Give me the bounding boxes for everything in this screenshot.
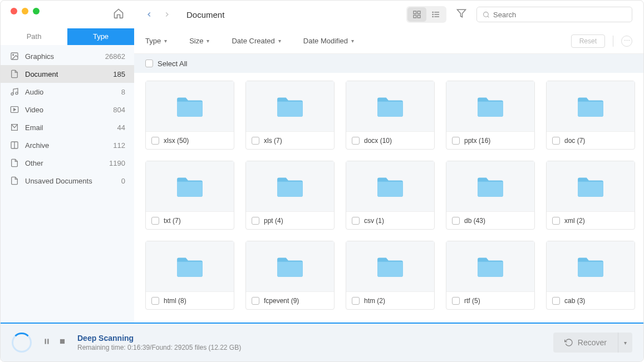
folder-icon [146,241,234,291]
category-icon [9,176,19,185]
folder-checkbox[interactable] [252,297,259,305]
sidebar-item-count: 8 [121,88,125,96]
folder-icon [146,81,234,131]
category-icon [9,87,19,96]
sidebar: Path Type Graphics26862Document185Audio8… [1,28,134,323]
folder-checkbox[interactable] [552,297,560,305]
folder-label: cab (3) [564,297,585,305]
svg-marker-18 [14,108,16,111]
nav-forward-icon[interactable] [163,8,171,21]
folder-checkbox[interactable] [352,217,360,225]
folder-card[interactable]: doc (7) [546,81,635,150]
folder-card[interactable]: xml (2) [546,161,635,230]
status-bar: Deep Scanning Remaining time: 0:16:39/Fo… [1,323,643,361]
folder-checkbox[interactable] [252,137,259,145]
category-icon [9,158,19,167]
sidebar-item-label: Video [25,106,43,114]
sidebar-item-label: Archive [25,141,49,150]
select-all-checkbox[interactable] [145,59,153,67]
folder-checkbox[interactable] [352,297,360,305]
sidebar-item-count: 1190 [109,159,125,167]
folder-checkbox[interactable] [252,217,259,225]
folder-card[interactable]: xls (7) [245,81,335,150]
sidebar-item-video[interactable]: Video804 [1,101,134,118]
view-toggle [406,6,446,23]
svg-rect-23 [60,339,65,344]
folder-checkbox[interactable] [452,137,460,145]
recover-dropdown[interactable]: ▾ [618,333,632,353]
svg-rect-0 [414,11,416,14]
grid-view-icon[interactable] [407,7,426,22]
sidebar-item-audio[interactable]: Audio8 [1,83,134,101]
folder-card[interactable]: html (8) [145,241,234,310]
sidebar-item-email[interactable]: Email44 [1,118,134,136]
sort-date-modified[interactable]: Date Modified▾ [303,37,354,45]
stop-icon[interactable] [58,338,66,348]
folder-checkbox[interactable] [452,217,460,225]
folder-icon [246,161,334,211]
folder-checkbox[interactable] [352,137,360,145]
folder-label: rtf (5) [464,297,480,305]
svg-point-16 [16,92,18,95]
sidebar-item-unsaved-documents[interactable]: Unsaved Documents0 [1,172,134,190]
tab-path[interactable]: Path [1,28,67,45]
sidebar-item-graphics[interactable]: Graphics26862 [1,47,134,65]
close-window-icon[interactable] [11,8,17,14]
category-icon [9,123,19,132]
svg-rect-1 [417,11,420,14]
home-icon[interactable] [113,8,124,21]
sidebar-item-count: 804 [113,106,125,114]
sort-size[interactable]: Size▾ [189,37,209,45]
sidebar-item-label: Other [25,159,43,167]
sidebar-item-count: 0 [121,177,125,185]
svg-point-7 [432,12,433,12]
nav-back-icon[interactable] [145,8,153,21]
folder-icon [446,241,534,291]
reset-button[interactable]: Reset [571,34,605,48]
list-view-icon[interactable] [426,7,445,22]
svg-marker-10 [458,9,466,17]
sidebar-item-document[interactable]: Document185 [1,65,134,83]
window-controls[interactable] [1,8,134,21]
more-icon[interactable]: ⋯ [621,36,632,47]
folder-card[interactable]: db (43) [446,161,535,230]
folder-checkbox[interactable] [552,217,560,225]
folder-label: txt (7) [164,217,181,225]
svg-point-9 [432,16,433,17]
maximize-window-icon[interactable] [33,8,40,14]
folder-checkbox[interactable] [151,217,159,225]
folder-card[interactable]: ppt (4) [245,161,335,230]
recover-button[interactable]: Recover [553,333,618,353]
folder-label: xml (2) [564,217,585,225]
sidebar-item-count: 185 [113,70,125,78]
folder-checkbox[interactable] [552,137,560,145]
sidebar-item-other[interactable]: Other1190 [1,154,134,172]
minimize-window-icon[interactable] [22,8,28,14]
pause-icon[interactable] [43,338,51,348]
folder-card[interactable]: docx (10) [346,81,435,150]
folder-checkbox[interactable] [151,297,159,305]
search-field[interactable] [493,11,626,19]
folder-icon [146,161,234,211]
filter-icon[interactable] [456,8,466,21]
folder-card[interactable]: cab (3) [546,241,635,310]
category-icon [9,141,19,150]
folder-card[interactable]: rtf (5) [446,241,535,310]
folder-card[interactable]: pptx (16) [446,81,535,150]
folder-card[interactable]: htm (2) [346,241,435,310]
folder-card[interactable]: fcpevent (9) [245,241,335,310]
folder-checkbox[interactable] [151,137,159,145]
folder-card[interactable]: csv (1) [346,161,435,230]
folder-checkbox[interactable] [452,297,460,305]
folder-label: csv (1) [364,217,384,225]
folder-card[interactable]: txt (7) [145,161,234,230]
recover-icon [564,338,573,347]
folder-card[interactable]: xlsx (50) [145,81,234,150]
sort-date-created[interactable]: Date Created▾ [232,37,281,45]
tab-type[interactable]: Type [67,28,134,45]
sort-type[interactable]: Type▾ [145,37,167,45]
folder-icon [246,81,334,131]
folder-icon [346,161,434,211]
sidebar-item-archive[interactable]: Archive112 [1,136,134,154]
search-input[interactable] [476,7,632,22]
